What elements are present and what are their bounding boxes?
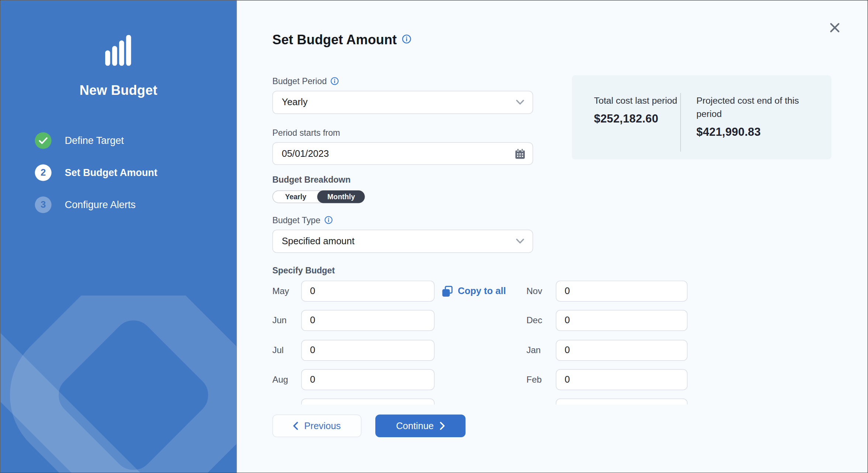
summary-label: Projected cost end of this period (696, 94, 827, 120)
month-amount-input-may[interactable] (301, 281, 435, 302)
budget-form: Budget Period Yearly Period starts from (272, 76, 533, 405)
wizard-sidebar: New Budget Define Target 2 Set Budget Am… (1, 1, 237, 473)
chevron-down-icon (516, 237, 524, 246)
step-label: Set Budget Amount (65, 167, 158, 179)
toggle-option-monthly[interactable]: Monthly (317, 190, 365, 203)
summary-amount: $252,182.60 (594, 112, 681, 125)
budget-type-value: Specified amount (282, 236, 355, 247)
month-amount-input-nov[interactable] (556, 281, 688, 302)
month-amount-input-feb[interactable] (556, 369, 688, 390)
projected-cost-end-period: Projected cost end of this period $421,9… (696, 94, 827, 160)
page-title: Set Budget Amount (272, 32, 397, 48)
month-row: Jul Jan (272, 339, 724, 360)
budget-type-label: Budget Type (272, 215, 533, 225)
month-amount-input-aug[interactable] (301, 369, 435, 390)
month-label: Feb (527, 369, 542, 390)
month-row-partial (272, 398, 724, 404)
period-starts-input[interactable] (282, 148, 524, 159)
toggle-option-yearly[interactable]: Yearly (273, 191, 317, 203)
month-row: Jun Dec (272, 310, 724, 331)
step-define-target[interactable]: Define Target (35, 132, 237, 149)
set-budget-amount-panel: Set Budget Amount Budget Period Yearly (237, 1, 868, 473)
month-row: Aug Feb (272, 369, 724, 390)
summary-amount: $421,990.83 (696, 125, 827, 138)
month-amount-input-mar[interactable] (556, 398, 688, 404)
budget-period-select[interactable]: Yearly (272, 91, 533, 114)
cost-summary-panel: Total cost last period $252,182.60 Proje… (572, 75, 832, 159)
new-budget-modal: New Budget Define Target 2 Set Budget Am… (0, 0, 868, 473)
budget-period-label: Budget Period (272, 76, 533, 87)
copy-icon (442, 285, 454, 297)
close-icon[interactable] (828, 21, 842, 35)
budget-breakdown-label: Budget Breakdown (272, 175, 533, 185)
step-number-badge: 2 (35, 165, 52, 181)
period-starts-field (272, 142, 533, 165)
month-label: May (272, 281, 289, 302)
month-amount-input-sep[interactable] (301, 398, 435, 404)
wizard-title: New Budget (1, 83, 237, 98)
check-icon (35, 132, 52, 149)
step-configure-alerts[interactable]: 3 Configure Alerts (35, 197, 237, 213)
month-amount-input-jun[interactable] (301, 310, 435, 331)
previous-button[interactable]: Previous (272, 415, 362, 438)
total-cost-last-period: Total cost last period $252,182.60 (594, 94, 681, 160)
info-icon[interactable] (402, 34, 411, 46)
copy-to-all-button[interactable]: Copy to all (442, 281, 506, 302)
month-label: Dec (527, 310, 542, 331)
month-row: May Copy to all Nov (272, 281, 724, 302)
month-label: Jun (272, 310, 287, 331)
month-label: Jul (272, 339, 284, 360)
month-label: Aug (272, 369, 288, 390)
info-icon[interactable] (331, 77, 339, 86)
wizard-steps: Define Target 2 Set Budget Amount 3 Conf… (1, 132, 237, 229)
budget-breakdown-toggle: Yearly Monthly (272, 190, 365, 203)
period-starts-label: Period starts from (272, 127, 533, 138)
month-label: Jan (527, 339, 541, 360)
month-amount-input-dec[interactable] (556, 310, 688, 331)
month-amount-input-jan[interactable] (556, 339, 688, 360)
chevron-right-icon (439, 422, 445, 430)
step-number-badge: 3 (35, 197, 52, 213)
month-budget-grid: May Copy to all Nov (272, 281, 724, 405)
step-label: Define Target (65, 135, 124, 146)
bar-chart-logo (1, 35, 237, 66)
chevron-down-icon (516, 97, 524, 107)
chevron-left-icon (293, 422, 299, 430)
continue-button[interactable]: Continue (375, 415, 466, 438)
budget-period-value: Yearly (282, 97, 308, 108)
month-amount-input-jul[interactable] (301, 339, 435, 360)
step-set-budget-amount[interactable]: 2 Set Budget Amount (35, 165, 237, 181)
calendar-icon[interactable] (515, 148, 526, 159)
wizard-footer: Previous Continue (272, 415, 466, 438)
info-icon[interactable] (324, 216, 333, 224)
summary-label: Total cost last period (594, 94, 681, 107)
summary-divider (681, 93, 681, 152)
brand-watermark (1, 296, 237, 473)
specify-budget-label: Specify Budget (272, 265, 533, 276)
month-label: Nov (527, 281, 542, 302)
budget-type-select[interactable]: Specified amount (272, 230, 533, 253)
step-label: Configure Alerts (65, 199, 136, 211)
